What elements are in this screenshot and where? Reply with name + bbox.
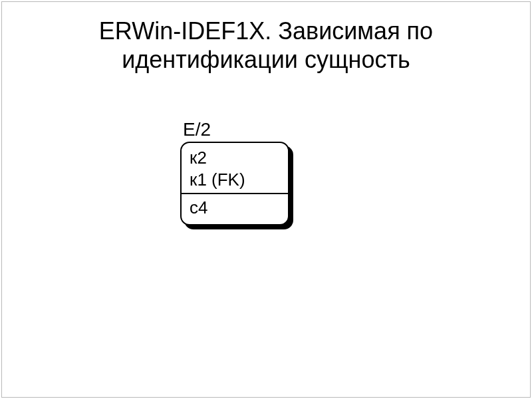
entity-box: к2 к1 (FK) с4 [180,142,289,225]
entity-key-attr: к1 (FK) [190,169,281,191]
slide-frame: ERWin-IDEF1X. Зависимая по идентификации… [1,1,531,398]
entity-box-shadow: к2 к1 (FK) с4 [180,142,289,225]
title-line-1: ERWin-IDEF1X. Зависимая по [2,17,530,45]
title-line-2: идентификации сущность [2,45,530,74]
entity-nonkey-section: с4 [182,193,288,224]
entity-key-attr: к2 [190,147,281,169]
entity-key-section: к2 к1 (FK) [182,143,288,193]
slide-title: ERWin-IDEF1X. Зависимая по идентификации… [2,17,530,74]
entity-nonkey-attr: с4 [190,197,281,219]
entity-diagram: E/2 к2 к1 (FK) с4 [180,119,289,225]
entity-name: E/2 [183,119,289,140]
